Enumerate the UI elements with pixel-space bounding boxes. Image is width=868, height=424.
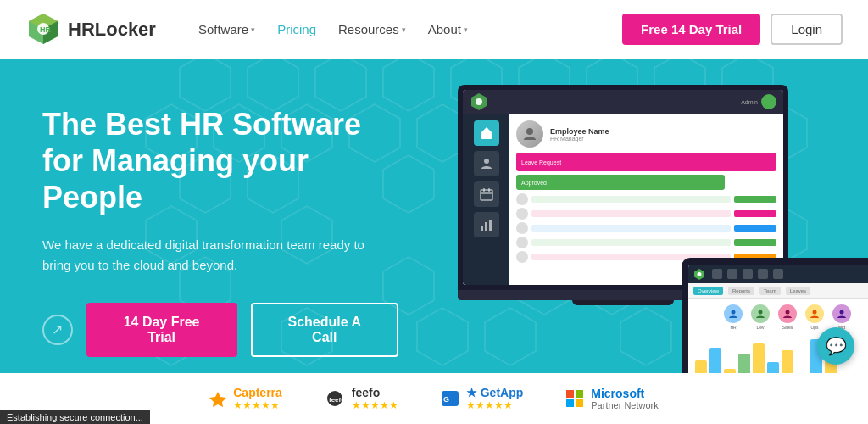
microsoft-subtitle: Partner Network	[591, 400, 658, 410]
laptop-stand	[572, 300, 674, 305]
sidebar-home-icon	[474, 120, 499, 146]
nav-about-label: About	[428, 22, 461, 36]
nav-item-resources[interactable]: Resources ▾	[330, 17, 415, 42]
microsoft-icon	[565, 389, 584, 408]
hero-left: The Best HR Software for Managing your P…	[0, 59, 441, 424]
avatar	[516, 208, 528, 220]
avatar	[516, 251, 528, 263]
row-bar	[531, 210, 731, 217]
svg-point-67	[840, 310, 844, 315]
feefo-stars: ★★★★★	[352, 399, 398, 411]
svg-text:G: G	[443, 395, 449, 404]
tablet-tab-nav: Overview Reports Team Leaves	[688, 283, 868, 299]
about-chevron-icon: ▾	[464, 25, 468, 34]
sidebar-users-icon	[474, 151, 499, 176]
capterra-stars: ★★★★★	[233, 399, 282, 411]
hero-title: The Best HR Software for Managing your P…	[42, 106, 398, 216]
green-action-bar: Approved	[516, 175, 725, 190]
free-trial-button[interactable]: Free 14 Day Trial	[622, 14, 760, 45]
table-row	[516, 222, 776, 234]
logo-text: HRLocker	[68, 19, 156, 41]
svg-point-60	[526, 128, 533, 135]
capterra-badge: Capterra ★★★★★	[209, 386, 282, 411]
avatar	[516, 222, 528, 234]
getapp-stars: ★★★★★	[466, 399, 523, 411]
feefo-icon: feefo	[325, 390, 345, 407]
cta-schedule-button[interactable]: Schedule A Call	[251, 303, 398, 357]
microsoft-label: Microsoft	[591, 387, 658, 400]
table-row	[516, 193, 776, 205]
nav-pricing-label: Pricing	[277, 22, 316, 36]
svg-rect-53	[481, 190, 492, 200]
chat-widget-button[interactable]: 💬	[817, 327, 854, 365]
laptop-screen-inner: Admin	[463, 90, 783, 285]
table-row	[516, 237, 776, 248]
svg-text:HR: HR	[40, 25, 51, 34]
feefo-badge: feefo feefo ★★★★★	[325, 386, 398, 411]
svg-rect-58	[485, 222, 487, 231]
profile-name: Employee Name	[550, 127, 776, 136]
nav-resources-label: Resources	[338, 22, 399, 36]
svg-rect-76	[576, 399, 583, 407]
software-chevron-icon: ▾	[251, 25, 255, 34]
avatar	[516, 120, 543, 148]
nav-item-software[interactable]: Software ▾	[190, 17, 264, 42]
svg-rect-74	[576, 390, 583, 398]
cta-trial-button[interactable]: 14 Day Free Trial	[86, 303, 237, 357]
feefo-label: feefo	[352, 386, 398, 399]
laptop-toolbar: Admin	[463, 90, 783, 114]
svg-point-63	[732, 310, 736, 315]
svg-rect-59	[489, 220, 492, 231]
tab-leaves: Leaves	[786, 287, 810, 295]
svg-marker-68	[209, 392, 226, 407]
tablet-app-logo-icon	[693, 268, 705, 280]
hero-right: Admin	[441, 59, 868, 424]
nav-item-pricing[interactable]: Pricing	[269, 17, 325, 42]
sidebar-chart-icon	[474, 212, 499, 237]
svg-rect-57	[481, 226, 483, 231]
chat-icon: 💬	[826, 336, 847, 356]
nav-item-about[interactable]: About ▾	[420, 17, 476, 42]
login-button[interactable]: Login	[771, 14, 843, 45]
svg-marker-51	[481, 127, 492, 133]
svg-rect-50	[481, 133, 492, 139]
svg-point-65	[786, 310, 790, 315]
table-row	[516, 208, 776, 220]
row-bar	[531, 196, 731, 203]
svg-point-66	[813, 310, 817, 315]
navbar: HR HRLocker Software ▾ Pricing Resources…	[0, 0, 868, 59]
getapp-label: ★ GetApp	[466, 386, 523, 399]
nav-actions: Free 14 Day Trial Login	[622, 14, 843, 45]
capterra-icon	[209, 390, 226, 407]
svg-point-52	[484, 159, 489, 164]
tablet-toolbar	[688, 265, 868, 283]
hero-section: The Best HR Software for Managing your P…	[0, 59, 868, 424]
pink-bar-label: Leave Request	[521, 159, 561, 165]
logo-icon: HR	[25, 12, 61, 47]
status-bar: Establishing secure connection...	[0, 410, 150, 424]
tab-overview: Overview	[693, 287, 723, 295]
getapp-badge: G ★ GetApp ★★★★★	[441, 386, 523, 411]
resources-chevron-icon: ▾	[402, 25, 406, 34]
microsoft-badge: Microsoft Partner Network	[565, 387, 658, 410]
green-bar-label: Approved	[521, 180, 547, 186]
tab-team: Team	[760, 287, 781, 295]
app-logo-icon	[470, 92, 488, 111]
profile-role: HR Manager	[550, 136, 776, 142]
profile-info: Employee Name HR Manager	[550, 127, 776, 142]
svg-point-62	[698, 272, 702, 276]
employee-list	[516, 193, 776, 263]
svg-rect-73	[566, 390, 574, 398]
avatar	[516, 193, 528, 205]
app-sidebar	[463, 114, 509, 285]
nav-links: Software ▾ Pricing Resources ▾ About ▾	[190, 17, 622, 42]
pink-action-bar: Leave Request	[516, 153, 776, 171]
hero-subtitle: We have a dedicated digital transformati…	[42, 235, 381, 276]
capterra-label: Capterra	[233, 386, 282, 399]
status-text: Establishing secure connection...	[7, 412, 143, 422]
arrow-indicator-icon: ↗	[42, 315, 73, 345]
getapp-icon: G	[441, 390, 459, 407]
profile-bar: Employee Name HR Manager	[516, 120, 776, 148]
logo[interactable]: HR HRLocker	[25, 12, 156, 47]
svg-point-64	[759, 310, 763, 315]
